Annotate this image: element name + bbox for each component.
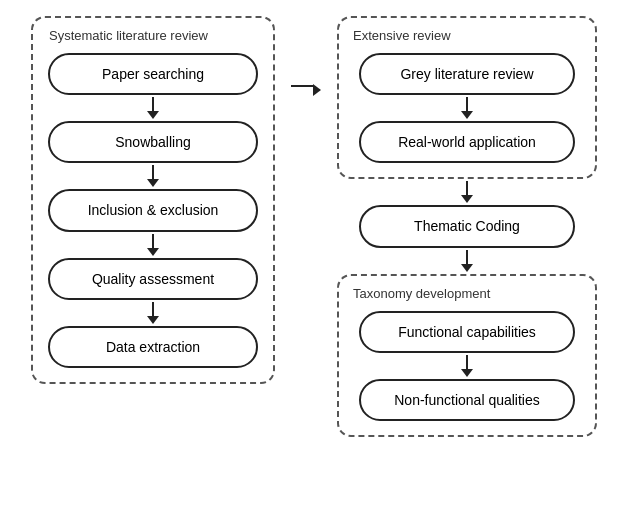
arrow-3 <box>147 234 159 256</box>
arrow-2 <box>147 165 159 187</box>
h-arrow-head <box>313 84 321 96</box>
taxonomy-title: Taxonomy development <box>349 286 490 301</box>
arrow-4 <box>147 302 159 324</box>
node-quality-assessment: Quality assessment <box>48 258 258 300</box>
extensive-review-box: Extensive review Grey literature review … <box>337 16 597 179</box>
systematic-review-box: Systematic literature review Paper searc… <box>31 16 275 384</box>
diagram: Systematic literature review Paper searc… <box>0 0 628 524</box>
right-section: Extensive review Grey literature review … <box>337 16 597 437</box>
arrow-1 <box>147 97 159 119</box>
horizontal-arrow-wrap <box>291 16 321 96</box>
node-inclusion-exclusion: Inclusion & exclusion <box>48 189 258 231</box>
extensive-review-title: Extensive review <box>349 28 451 43</box>
node-grey-literature: Grey literature review <box>359 53 575 95</box>
node-paper-searching: Paper searching <box>48 53 258 95</box>
systematic-review-title: Systematic literature review <box>45 28 208 43</box>
node-functional-capabilities: Functional capabilities <box>359 311 575 353</box>
h-arrow-line <box>291 85 313 87</box>
arrow-right-1 <box>461 97 473 119</box>
arrow-right-3 <box>461 250 473 272</box>
arrow-right-4 <box>461 355 473 377</box>
node-thematic-coding: Thematic Coding <box>359 205 575 247</box>
node-snowballing: Snowballing <box>48 121 258 163</box>
node-non-functional-qualities: Non-functional qualities <box>359 379 575 421</box>
taxonomy-box: Taxonomy development Functional capabili… <box>337 274 597 437</box>
arrow-right-2 <box>461 181 473 203</box>
node-data-extraction: Data extraction <box>48 326 258 368</box>
node-real-world: Real-world application <box>359 121 575 163</box>
